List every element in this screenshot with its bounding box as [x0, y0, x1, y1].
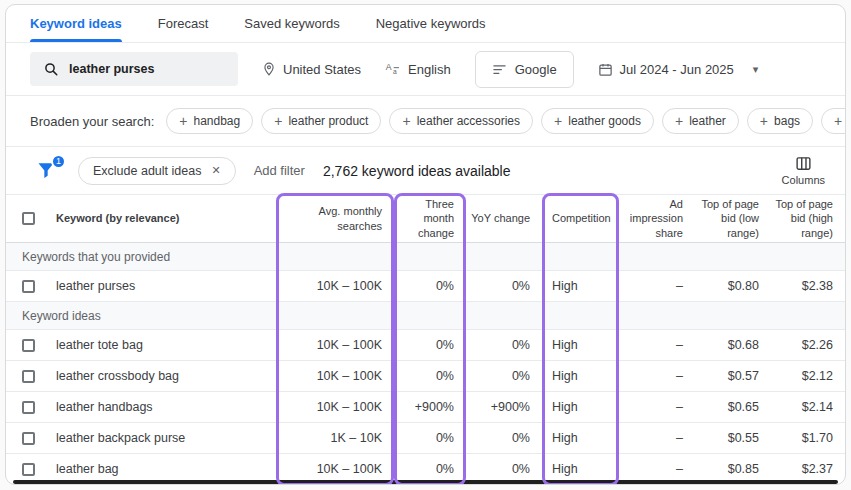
competition-cell: High — [542, 338, 619, 352]
broaden-chip-leather-tote-bags[interactable]: +leather tote bags — [821, 108, 846, 134]
calendar-icon — [598, 62, 613, 77]
select-all-checkbox[interactable] — [22, 212, 35, 225]
exclude-adult-ideas-chip[interactable]: Exclude adult ideas ✕ — [78, 157, 236, 185]
yoy-cell: 0% — [466, 369, 542, 383]
competition-cell: High — [542, 400, 619, 414]
plus-icon: + — [179, 114, 187, 128]
plus-icon: + — [554, 114, 562, 128]
ad-share-cell: – — [619, 400, 695, 414]
row-checkbox[interactable] — [22, 339, 35, 352]
keyword-cell: leather backpack purse — [50, 431, 276, 445]
competition-cell: High — [542, 369, 619, 383]
bid-low-cell: $0.57 — [695, 369, 771, 383]
broaden-chip-leather[interactable]: +leather — [662, 108, 739, 134]
tab-forecast[interactable]: Forecast — [158, 5, 209, 42]
header-top-of-page-bid-low[interactable]: Top of page bid (low range) — [695, 197, 771, 240]
three-month-cell: 0% — [394, 431, 466, 445]
header-yoy-change[interactable]: YoY change — [466, 211, 542, 225]
three-month-cell: 0% — [394, 462, 466, 476]
location-label: United States — [283, 62, 361, 77]
columns-icon — [795, 155, 812, 172]
date-range-label: Jul 2024 - Jun 2025 — [620, 62, 734, 77]
broaden-search-bar: Broaden your search: +handbag +leather p… — [6, 96, 845, 147]
header-ad-impression-share[interactable]: Ad impression share — [619, 197, 695, 240]
network-selector[interactable]: Google — [475, 51, 574, 88]
three-month-cell: 0% — [394, 369, 466, 383]
bid-low-cell: $0.80 — [695, 279, 771, 293]
competition-cell: High — [542, 279, 619, 293]
ad-share-cell: – — [619, 279, 695, 293]
language-label: English — [408, 62, 451, 77]
search-network-icon — [492, 62, 507, 77]
columns-button[interactable]: Columns — [782, 155, 825, 186]
row-checkbox[interactable] — [22, 370, 35, 383]
header-keyword[interactable]: Keyword (by relevance) — [50, 211, 276, 225]
broaden-chip-bags[interactable]: +bags — [747, 108, 813, 134]
three-month-cell: +900% — [394, 400, 466, 414]
row-checkbox[interactable] — [22, 280, 35, 293]
tab-keyword-ideas[interactable]: Keyword ideas — [30, 5, 122, 42]
keyword-cell: leather purses — [50, 279, 276, 293]
tab-saved-keywords[interactable]: Saved keywords — [244, 5, 339, 42]
chip-label: leather accessories — [417, 114, 520, 128]
keyword-cell: leather tote bag — [50, 338, 276, 352]
keyword-cell: leather handbags — [50, 400, 276, 414]
yoy-cell: +900% — [466, 400, 542, 414]
row-checkbox[interactable] — [22, 401, 35, 414]
plus-icon: + — [760, 114, 768, 128]
search-icon — [44, 62, 59, 77]
table-header-row: Keyword (by relevance) Avg. monthly sear… — [6, 195, 845, 243]
table-row[interactable]: leather backpack purse 1K – 10K 0% 0% Hi… — [6, 423, 845, 454]
broaden-chip-leather-accessories[interactable]: +leather accessories — [389, 108, 533, 134]
tab-negative-keywords[interactable]: Negative keywords — [376, 5, 486, 42]
yoy-cell: 0% — [466, 462, 542, 476]
broaden-chip-leather-product[interactable]: +leather product — [261, 108, 381, 134]
table-bottom-bar — [13, 480, 838, 484]
header-three-month-change[interactable]: Three month change — [394, 197, 466, 240]
keyword-ideas-count: 2,762 keyword ideas available — [323, 163, 511, 179]
language-selector[interactable]: Aa English — [385, 61, 451, 77]
close-icon[interactable]: ✕ — [211, 164, 220, 177]
plus-icon: + — [274, 114, 282, 128]
search-query-text: leather purses — [69, 62, 154, 76]
date-range-selector[interactable]: Jul 2024 - Jun 2025 ▾ — [598, 62, 759, 77]
yoy-cell: 0% — [466, 279, 542, 293]
bid-low-cell: $0.85 — [695, 462, 771, 476]
bid-high-cell: $2.12 — [771, 369, 845, 383]
table-row[interactable]: leather purses 10K – 100K 0% 0% High – $… — [6, 271, 845, 302]
table-row[interactable]: leather tote bag 10K – 100K 0% 0% High –… — [6, 330, 845, 361]
yoy-cell: 0% — [466, 431, 542, 445]
location-pin-icon — [262, 61, 276, 77]
bid-high-cell: $2.38 — [771, 279, 845, 293]
bid-low-cell: $0.55 — [695, 431, 771, 445]
avg-searches-cell: 10K – 100K — [276, 338, 394, 352]
plus-icon: + — [675, 114, 683, 128]
header-top-of-page-bid-high[interactable]: Top of page bid (high range) — [771, 197, 845, 240]
chip-label: leather — [689, 114, 726, 128]
yoy-cell: 0% — [466, 338, 542, 352]
chip-label: leather goods — [568, 114, 641, 128]
exclude-chip-label: Exclude adult ideas — [93, 164, 201, 178]
competition-cell: High — [542, 431, 619, 445]
location-selector[interactable]: United States — [262, 61, 361, 77]
add-filter-button[interactable]: Add filter — [254, 163, 305, 178]
section-keywords-you-provided: Keywords that you provided — [6, 243, 845, 271]
three-month-cell: 0% — [394, 338, 466, 352]
svg-text:a: a — [393, 68, 397, 75]
header-avg-monthly-searches[interactable]: Avg. monthly searches — [276, 204, 394, 233]
filter-funnel-button[interactable]: 1 — [36, 160, 60, 182]
keyword-cell: leather crossbody bag — [50, 369, 276, 383]
search-input[interactable]: leather purses — [30, 52, 238, 86]
row-checkbox[interactable] — [22, 432, 35, 445]
table-row[interactable]: leather handbags 10K – 100K +900% +900% … — [6, 392, 845, 423]
ad-share-cell: – — [619, 462, 695, 476]
broaden-chip-leather-goods[interactable]: +leather goods — [541, 108, 654, 134]
broaden-chip-handbag[interactable]: +handbag — [166, 108, 253, 134]
header-competition[interactable]: Competition — [542, 211, 619, 225]
keyword-planner-panel: Keyword ideas Forecast Saved keywords Ne… — [5, 4, 846, 485]
ad-share-cell: – — [619, 431, 695, 445]
chip-label: leather product — [288, 114, 368, 128]
chip-label: handbag — [193, 114, 240, 128]
row-checkbox[interactable] — [22, 463, 35, 476]
table-row[interactable]: leather crossbody bag 10K – 100K 0% 0% H… — [6, 361, 845, 392]
